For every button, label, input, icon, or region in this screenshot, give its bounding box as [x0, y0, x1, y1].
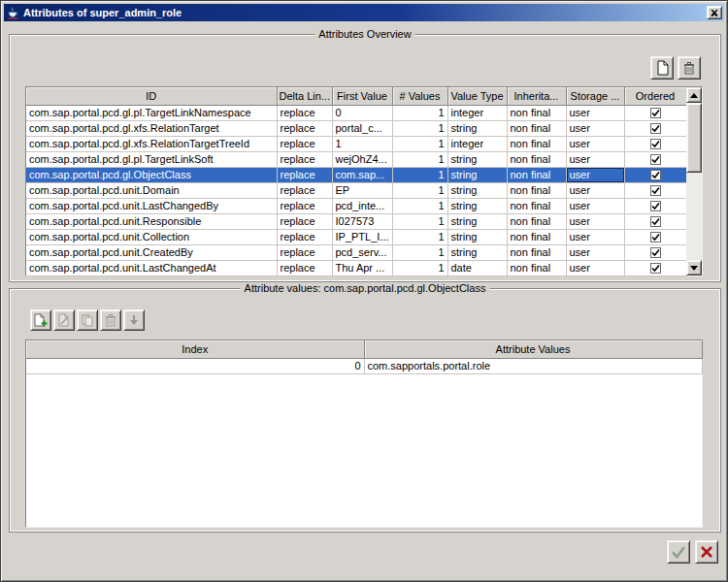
ordered-checkbox[interactable]: [650, 139, 661, 149]
cell-ordered: [624, 213, 686, 229]
values-column-header-1[interactable]: Attribute Values: [364, 340, 702, 358]
delete-attribute-button[interactable]: [678, 56, 701, 80]
new-attribute-button[interactable]: [650, 56, 674, 80]
cell-storage: user: [566, 182, 624, 198]
cell-ordered: [624, 167, 686, 182]
window-title: Attributes of super_admin_role: [23, 7, 707, 18]
close-button[interactable]: [707, 6, 722, 19]
ordered-checkbox[interactable]: [650, 123, 661, 134]
cell-num_values: 1: [392, 120, 447, 136]
attribute-row[interactable]: com.sap.portal.pcd.gl.xfs.RelationTarget…: [26, 120, 686, 136]
attributes-table: IDDelta Lin...First Value# ValuesValue T…: [25, 86, 703, 276]
attributes-column-header-7[interactable]: Ordered: [624, 87, 686, 105]
ordered-checkbox[interactable]: [650, 185, 661, 196]
cell-value_type: string: [447, 198, 507, 213]
attributes-column-header-4[interactable]: Value Type: [447, 87, 507, 105]
cell-storage: user: [566, 167, 624, 182]
cell-value_type: integer: [447, 105, 507, 120]
cell-inheritance: non final: [507, 244, 566, 260]
attribute-row[interactable]: com.sap.portal.pcd.unit.DomainreplaceEP1…: [26, 182, 686, 198]
ordered-checkbox[interactable]: [650, 108, 661, 118]
vertical-scrollbar[interactable]: [686, 87, 702, 275]
cell-delta: replace: [277, 260, 332, 275]
delete-value-button[interactable]: [100, 309, 121, 331]
cell-storage: user: [566, 151, 624, 167]
copy-document-icon: [81, 313, 95, 328]
cell-value_type: string: [447, 229, 507, 244]
cell-storage: user: [566, 213, 624, 229]
cell-delta: replace: [277, 136, 332, 151]
ordered-checkbox[interactable]: [650, 201, 661, 211]
ordered-checkbox[interactable]: [650, 263, 661, 274]
values-column-header-0[interactable]: Index: [26, 340, 364, 358]
edit-document-icon: [57, 313, 72, 328]
cell-num_values: 1: [392, 244, 447, 260]
cell-num_values: 1: [392, 260, 447, 275]
attributes-column-header-3[interactable]: # Values: [392, 87, 447, 105]
edit-value-button[interactable]: [53, 309, 75, 331]
add-value-button[interactable]: [30, 309, 51, 331]
attribute-row[interactable]: com.sap.portal.pcd.gl.pl.TargetLinkNames…: [26, 105, 686, 120]
cancel-x-icon: [700, 545, 713, 559]
attribute-row[interactable]: com.sap.portal.pcd.unit.CreatedByreplace…: [26, 244, 686, 260]
cell-inheritance: non final: [507, 182, 566, 198]
cell-id: com.sap.portal.pcd.unit.LastChangedAt: [26, 260, 277, 275]
ordered-checkbox[interactable]: [650, 247, 661, 258]
attribute-row[interactable]: com.sap.portal.pcd.unit.Collectionreplac…: [26, 229, 686, 244]
cell-id: com.sap.portal.pcd.gl.xfs.RelationTarget…: [26, 136, 277, 151]
cell-id: com.sap.portal.pcd.unit.Responsible: [26, 213, 277, 229]
copy-value-button[interactable]: [77, 309, 98, 331]
attributes-header-row: IDDelta Lin...First Value# ValuesValue T…: [26, 87, 686, 105]
attribute-row[interactable]: com.sap.portal.pcd.unit.LastChangedByrep…: [26, 198, 686, 213]
attributes-table-body: com.sap.portal.pcd.gl.pl.TargetLinkNames…: [26, 105, 686, 275]
cell-delta: replace: [277, 229, 332, 244]
cell-value_type: string: [447, 120, 507, 136]
cell-ordered: [624, 105, 686, 120]
cell-storage: user: [566, 244, 624, 260]
attributes-column-header-0[interactable]: ID: [26, 87, 277, 105]
cell-ordered: [624, 151, 686, 167]
scrollbar-thumb[interactable]: [686, 103, 702, 173]
cell-inheritance: non final: [507, 213, 566, 229]
attributes-column-header-2[interactable]: First Value: [332, 87, 392, 105]
cell-inheritance: non final: [507, 198, 566, 213]
cell-first_value: Thu Apr ...: [332, 260, 392, 275]
cell-delta: replace: [277, 244, 332, 260]
cell-num_values: 1: [392, 151, 447, 167]
scroll-up-button[interactable]: [686, 87, 702, 103]
attributes-column-header-6[interactable]: Storage ...: [566, 87, 624, 105]
attribute-row[interactable]: com.sap.portal.pcd.gl.xfs.RelationTarget…: [26, 136, 686, 151]
cell-inheritance: non final: [507, 229, 566, 244]
attribute-row[interactable]: com.sap.portal.pcd.gl.ObjectClassreplace…: [26, 167, 686, 182]
cell-delta: replace: [277, 151, 332, 167]
trash-icon: [682, 61, 696, 76]
cancel-button[interactable]: [695, 540, 718, 564]
ordered-checkbox[interactable]: [650, 154, 661, 165]
scroll-down-button[interactable]: [686, 260, 702, 275]
ordered-checkbox[interactable]: [650, 216, 661, 227]
cell-storage: user: [566, 229, 624, 244]
cell-id: com.sap.portal.pcd.unit.CreatedBy: [26, 244, 277, 260]
confirm-button[interactable]: [667, 540, 690, 564]
attributes-column-header-1[interactable]: Delta Lin...: [277, 87, 332, 105]
cell-id: com.sap.portal.pcd.unit.LastChangedBy: [26, 198, 277, 213]
new-document-icon: [655, 60, 670, 76]
cell-ordered: [624, 136, 686, 151]
cell-num_values: 1: [392, 213, 447, 229]
add-document-icon: [33, 313, 49, 328]
dialog-window: Attributes of super_admin_role Attribute…: [0, 0, 728, 582]
cell-value_type: string: [447, 213, 507, 229]
move-down-button[interactable]: [123, 309, 145, 331]
title-bar[interactable]: Attributes of super_admin_role: [4, 4, 724, 21]
ordered-checkbox[interactable]: [650, 170, 661, 180]
attribute-row[interactable]: com.sap.portal.pcd.gl.pl.TargetLinkSoftr…: [26, 151, 686, 167]
cell-storage: user: [566, 198, 624, 213]
attributes-column-header-5[interactable]: Inherita...: [507, 87, 566, 105]
ordered-checkbox[interactable]: [650, 232, 661, 242]
values-table: IndexAttribute Values 0com.sapportals.po…: [25, 340, 703, 528]
attribute-row[interactable]: com.sap.portal.pcd.unit.LastChangedAtrep…: [26, 260, 686, 275]
value-row[interactable]: 0com.sapportals.portal.role: [26, 358, 702, 373]
attribute-row[interactable]: com.sap.portal.pcd.unit.Responsiblerepla…: [26, 213, 686, 229]
cell-storage: user: [566, 260, 624, 275]
java-icon: [6, 6, 19, 19]
